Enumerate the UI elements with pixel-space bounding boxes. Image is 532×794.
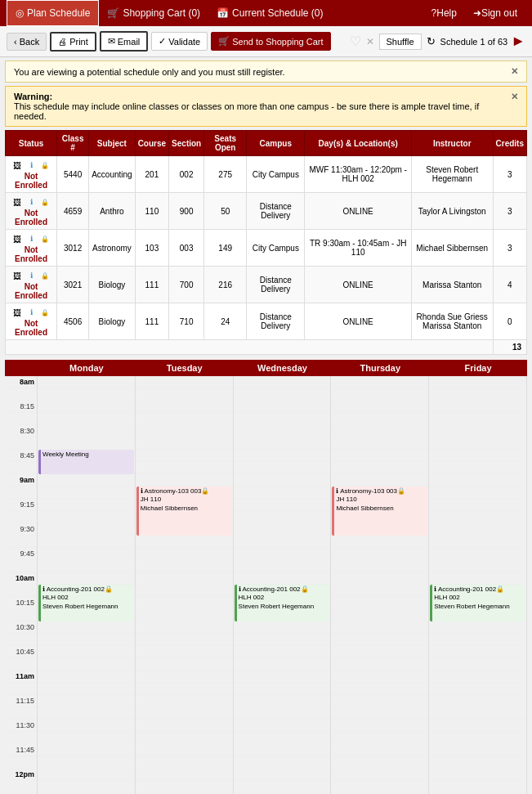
calendar-slot [136, 683, 233, 695]
info-icon[interactable]: ℹ [25, 233, 37, 244]
cell-credits: 3 [493, 156, 526, 193]
calendar-slot [331, 621, 428, 634]
calendar-slot [38, 511, 135, 523]
cell-days-loc: TR 9:30am - 10:45am - JH 110 [305, 230, 412, 267]
calendar-slot [38, 572, 135, 585]
calendar-slot [234, 474, 331, 487]
row-icon-1[interactable]: 🖼 [11, 159, 23, 171]
wednesday-header: Wednesday [234, 363, 332, 373]
nav-shopping-cart[interactable]: 🛒 Shopping Cart (0) [99, 0, 208, 26]
calendar-slot [429, 462, 526, 474]
cell-section: 003 [169, 230, 204, 267]
validate-button[interactable]: ✓ Validate [151, 32, 208, 51]
help-icon: ? [431, 7, 437, 19]
time-slot [5, 536, 37, 548]
time-slot: 11:30 [5, 720, 37, 732]
help-link[interactable]: ? Help [423, 7, 465, 19]
cell-days-loc: MWF 11:30am - 12:20pm - HLH 002 [305, 156, 412, 193]
calendar-event[interactable]: Weekly Meeting [38, 450, 134, 474]
calendar-slot [38, 487, 135, 499]
col-credits: Credits [493, 131, 526, 156]
calendar-slot [429, 732, 526, 744]
signout-link[interactable]: ➜ Sign out [465, 7, 525, 19]
signout-icon: ➜ [473, 7, 481, 19]
calendar-slot [331, 781, 428, 793]
favorite-button[interactable]: ♡ [350, 34, 361, 49]
calendar-slot [331, 401, 428, 413]
calendar-slot [38, 548, 135, 560]
email-button[interactable]: ✉ Email [100, 31, 149, 52]
day-column: ℹ Accounting-201 002🔒HLH 002Steven Rober… [234, 376, 332, 794]
warning-content: Warning: This schedule may include onlin… [14, 92, 511, 121]
warning-bar: Warning: This schedule may include onlin… [5, 86, 527, 127]
toolbar: ‹ Back 🖨 Print ✉ Email ✓ Validate 🛒 Send… [0, 26, 532, 57]
calendar-event[interactable]: ℹ Astronomy-103 003🔒JH 110Michael Sibber… [332, 487, 427, 536]
calendar-slot [234, 572, 331, 585]
refresh-icon-button[interactable]: ↻ [427, 35, 436, 47]
calendar-slot [429, 511, 526, 523]
calendar-slot [429, 425, 526, 437]
calendar-event[interactable]: ℹ Accounting-201 002🔒HLH 002Steven Rober… [38, 585, 134, 621]
time-slot [5, 732, 37, 744]
time-slot: 8:45 [5, 450, 37, 462]
calendar-event[interactable]: ℹ Accounting-201 002🔒HLH 002Steven Rober… [430, 585, 525, 621]
time-slot [5, 658, 37, 671]
calendar-slot [429, 646, 526, 658]
status-text: Not Enrolled [8, 282, 54, 300]
calendar-slot [331, 425, 428, 437]
time-slot [5, 756, 37, 769]
info-icon[interactable]: ℹ [25, 159, 37, 171]
warning-close-button[interactable]: ✕ [511, 92, 518, 102]
send-to-cart-button[interactable]: 🛒 Send to Shopping Cart [211, 32, 330, 51]
info-close-button[interactable]: ✕ [511, 66, 518, 77]
calendar-slot [429, 781, 526, 793]
calendar-event[interactable]: ℹ Accounting-201 002🔒HLH 002Steven Rober… [235, 585, 330, 621]
cell-credits: 0 [493, 303, 526, 340]
friday-header: Friday [429, 363, 527, 373]
cell-class-num: 3012 [57, 230, 89, 267]
calendar-slot [234, 707, 331, 720]
cell-subject: Anthro [89, 193, 135, 230]
info-icon[interactable]: ℹ [25, 270, 37, 281]
cell-instructor: Steven Robert Hegemann [411, 156, 493, 193]
cell-days-loc: ONLINE [305, 303, 412, 340]
time-slot: 10am [5, 572, 37, 585]
time-slot: 12pm [5, 769, 37, 781]
calendar-slot [234, 437, 331, 450]
cart-icon: 🛒 [107, 7, 119, 19]
cell-campus: City Campus [247, 230, 305, 267]
nav-plan-schedule[interactable]: ◎ Plan Schedule [7, 0, 99, 26]
calendar-slot [234, 634, 331, 646]
day-column: ℹ Astronomy-103 003🔒JH 110Michael Sibber… [331, 376, 429, 794]
next-schedule-button[interactable]: ► [511, 33, 525, 50]
calendar-event[interactable]: ℹ Astronomy-103 003🔒JH 110Michael Sibber… [136, 487, 232, 536]
row-icon-1[interactable]: 🖼 [11, 270, 23, 281]
calendar-slot [429, 756, 526, 769]
shuffle-button[interactable]: Shuffle [379, 34, 422, 50]
table-row: 🖼 ℹ 🔒 Not Enrolled 4506 Biology 111 710 … [6, 303, 527, 340]
cell-campus: City Campus [247, 156, 305, 193]
calendar-slot [38, 671, 135, 683]
row-icon-1[interactable]: 🖼 [11, 196, 23, 208]
calendar-slot [331, 560, 428, 572]
print-button[interactable]: 🖨 Print [50, 32, 96, 52]
info-icon[interactable]: ℹ [25, 196, 37, 208]
lock-icon: 🔒 [39, 307, 51, 318]
calendar-slot [234, 658, 331, 671]
status-text: Not Enrolled [8, 245, 54, 263]
time-column: 8am8:158:308:459am9:159:309:4510am10:151… [5, 376, 38, 794]
cell-class-num: 3021 [57, 267, 89, 303]
cell-days-loc: ONLINE [305, 267, 412, 303]
calendar-slot [234, 548, 331, 560]
calendar-slot [429, 536, 526, 548]
col-instructor: Instructor [411, 131, 493, 156]
info-icon[interactable]: ℹ [25, 307, 37, 318]
nav-current-schedule[interactable]: 📅 Current Schedule (0) [208, 0, 331, 26]
back-button[interactable]: ‹ Back [7, 33, 47, 51]
col-seats: Seats Open [204, 131, 247, 156]
calendar-slot [136, 437, 233, 450]
row-icon-1[interactable]: 🖼 [11, 307, 23, 318]
col-status: Status [6, 131, 57, 156]
calendar-slot [429, 523, 526, 536]
row-icon-1[interactable]: 🖼 [11, 233, 23, 244]
